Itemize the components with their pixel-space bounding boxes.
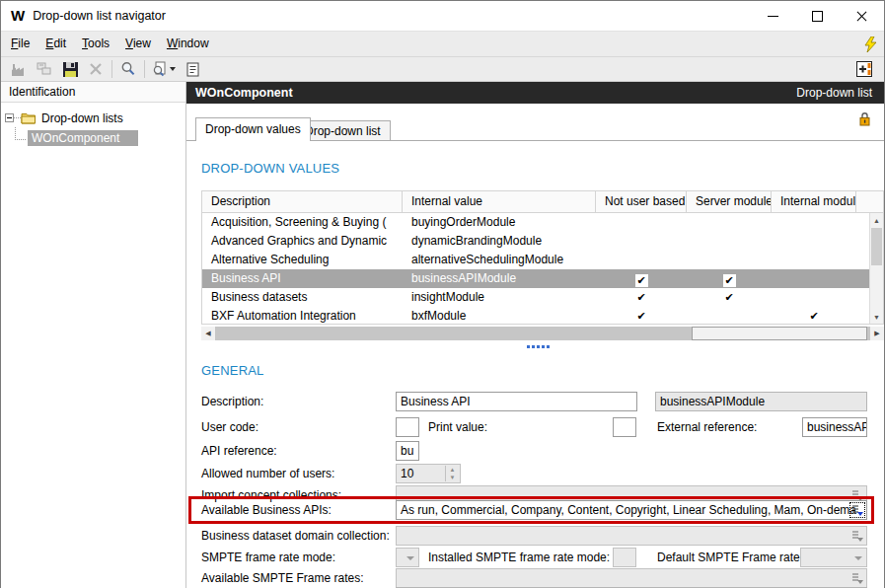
checkmark-icon: ✔ — [636, 310, 645, 322]
tree-collapse-icon[interactable] — [5, 113, 14, 122]
detail-type-label: Drop-down list — [796, 86, 872, 100]
collection-selector-icon[interactable] — [850, 503, 864, 517]
search-document-icon[interactable] — [148, 58, 180, 80]
minimize-button[interactable] — [751, 1, 795, 31]
tab-dropdown-values[interactable]: Drop-down values — [195, 117, 311, 141]
scroll-down-icon[interactable]: ▼ — [870, 310, 883, 324]
app-logo-icon: W — [11, 1, 25, 31]
menu-file[interactable]: File — [3, 37, 37, 50]
title-bar: W Drop-down list navigator — [1, 1, 884, 31]
allowed-users-label: Allowed number of users: — [201, 464, 334, 483]
column-header[interactable]: Not user based — [596, 191, 687, 212]
detail-title: WOnComponent — [195, 86, 293, 100]
copy-icon[interactable] — [32, 58, 57, 80]
checkmark-icon: ✔ — [809, 310, 818, 322]
checkmark-icon: ✔ — [635, 274, 648, 287]
tree-item-label: Drop-down lists — [41, 111, 123, 125]
collection-selector-icon[interactable] — [850, 571, 864, 585]
lightning-icon — [864, 37, 877, 52]
menu-edit[interactable]: Edit — [37, 37, 74, 50]
dropdown-caret-icon — [170, 67, 176, 71]
delete-icon[interactable] — [83, 58, 109, 80]
column-header[interactable]: Internal value — [403, 191, 596, 212]
scrollbar-thumb[interactable] — [871, 228, 882, 265]
check-cell: ✔ — [596, 288, 687, 307]
values-section-title: DROP-DOWN VALUES — [201, 161, 339, 176]
text-cell: bxfModule — [403, 307, 596, 326]
available-apis-field[interactable]: As run, Commercial, Company, Content, Co… — [396, 500, 867, 520]
check-cell — [687, 307, 772, 326]
text-cell: Advanced Graphics and Dynamic — [202, 232, 403, 251]
tree-item-woncomponent[interactable]: WOnComponent — [1, 128, 185, 147]
default-smpte-dropdown[interactable] — [800, 548, 867, 567]
add-layout-icon[interactable] — [851, 58, 877, 80]
scroll-up-icon[interactable]: ▲ — [870, 213, 883, 227]
check-cell — [772, 232, 856, 251]
search-icon[interactable] — [115, 58, 141, 80]
scroll-right-icon[interactable]: ▶ — [870, 327, 884, 340]
check-cell: ✔ — [596, 269, 687, 288]
table-horizontal-scrollbar[interactable]: ◀ ▶ — [201, 327, 884, 340]
check-cell — [772, 269, 856, 288]
app-window: W Drop-down list navigator FileEditTools… — [0, 0, 885, 588]
navigation-tree: Drop-down lists WOnComponent — [1, 103, 185, 147]
checkmark-icon: ✔ — [723, 274, 736, 287]
save-icon[interactable] — [57, 58, 83, 80]
check-cell — [772, 251, 856, 269]
user-code-label: User code: — [201, 417, 258, 437]
scroll-left-icon[interactable]: ◀ — [201, 327, 215, 340]
allowed-users-spinner[interactable]: 10 ▲▼ — [396, 464, 461, 483]
text-cell: Acquisition, Screening & Buying ( — [202, 213, 403, 232]
menu-bar: FileEditToolsViewWindow — [1, 31, 884, 56]
maximize-button[interactable] — [795, 1, 840, 31]
column-header[interactable]: Description — [202, 191, 403, 212]
factory-icon[interactable] — [6, 58, 32, 80]
check-cell: ✔ — [772, 307, 856, 326]
text-cell: Business API — [202, 269, 403, 288]
available-apis-label: Available Business APIs: — [201, 500, 332, 520]
collection-selector-icon[interactable] — [850, 529, 864, 543]
dropdown-arrow-icon — [406, 556, 414, 560]
dataset-domain-field[interactable] — [396, 526, 867, 546]
description-input[interactable]: Business API — [396, 392, 637, 411]
user-code-input[interactable] — [396, 417, 419, 437]
table-row[interactable]: Advanced Graphics and DynamicdynamicBran… — [202, 232, 883, 251]
available-smpte-label: Available SMPTE Frame rates: — [201, 568, 364, 588]
checkmark-icon: ✔ — [724, 291, 733, 303]
dropdown-values-table: DescriptionInternal valueNot user basedS… — [201, 190, 884, 325]
table-row[interactable]: Alternative SchedulingalternativeSchedul… — [202, 251, 883, 269]
spinner-arrows-icon[interactable]: ▲▼ — [445, 466, 459, 481]
lock-icon — [858, 111, 871, 126]
available-smpte-field[interactable] — [396, 568, 867, 588]
close-button[interactable] — [840, 1, 884, 31]
tree-item-dropdown-lists[interactable]: Drop-down lists — [1, 109, 185, 127]
table-row[interactable]: Business datasetsinsightModule✔✔ — [202, 288, 883, 307]
external-reference-input[interactable]: businessAPI — [802, 417, 867, 437]
external-reference-label: External reference: — [657, 417, 757, 437]
detail-header: WOnComponent Drop-down list — [186, 82, 884, 104]
splitter-handle[interactable] — [527, 345, 530, 348]
text-cell: dynamicBrandingModule — [403, 232, 596, 251]
api-reference-label: API reference: — [201, 441, 277, 461]
table-row[interactable]: Acquisition, Screening & Buying (buyingO… — [202, 213, 883, 232]
column-header[interactable]: Server module — [687, 191, 772, 212]
api-reference-input[interactable]: bu — [396, 441, 419, 461]
text-cell: businessAPIModule — [403, 269, 596, 288]
table-row[interactable]: Business APIbusinessAPIModule✔✔ — [202, 269, 883, 288]
menu-tools[interactable]: Tools — [74, 37, 117, 50]
menu-view[interactable]: View — [117, 37, 159, 50]
document-icon[interactable] — [180, 58, 205, 80]
print-value-input[interactable] — [613, 417, 636, 437]
text-cell: BXF Automation Integration — [202, 307, 403, 326]
scrollbar-thumb[interactable] — [692, 327, 867, 340]
installed-smpte-field[interactable] — [613, 548, 636, 567]
table-row[interactable]: BXF Automation IntegrationbxfModule✔✔ — [202, 307, 883, 326]
table-vertical-scrollbar[interactable]: ▲ ▼ — [869, 213, 883, 324]
check-cell — [596, 251, 687, 269]
smpte-mode-dropdown[interactable] — [396, 548, 419, 567]
check-cell — [687, 213, 772, 232]
text-cell: insightModule — [403, 288, 596, 307]
column-header[interactable]: Internal module — [772, 191, 856, 212]
smpte-mode-label: SMPTE frame rate mode: — [201, 548, 335, 567]
menu-window[interactable]: Window — [159, 37, 217, 50]
